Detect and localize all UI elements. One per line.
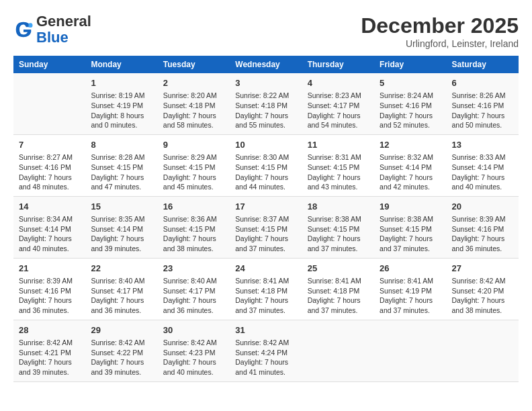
cell-text: Sunrise: 8:32 AM	[380, 152, 441, 163]
cell-text: Sunrise: 8:38 AM	[308, 214, 369, 224]
cell-text: Daylight: 7 hours	[19, 234, 80, 244]
cell-text: Daylight: 7 hours	[235, 234, 296, 244]
calendar-cell	[447, 320, 519, 381]
cell-text: and 40 minutes.	[452, 182, 513, 192]
cell-text: Sunrise: 8:41 AM	[380, 276, 441, 286]
day-number: 27	[452, 263, 513, 275]
calendar-cell: 17Sunrise: 8:37 AMSunset: 4:15 PMDayligh…	[230, 196, 302, 258]
day-number: 9	[163, 139, 224, 151]
cell-text: and 58 minutes.	[163, 120, 224, 130]
calendar-cell: 24Sunrise: 8:41 AMSunset: 4:18 PMDayligh…	[230, 258, 302, 320]
cell-text: and 50 minutes.	[452, 120, 513, 130]
cell-text: Sunrise: 8:41 AM	[308, 276, 369, 286]
day-number: 12	[380, 139, 441, 151]
cell-text: Sunrise: 8:41 AM	[235, 276, 296, 286]
cell-text: Sunset: 4:15 PM	[91, 163, 152, 173]
day-number: 14	[19, 201, 80, 213]
cell-text: Sunrise: 8:36 AM	[163, 214, 224, 224]
calendar-cell: 27Sunrise: 8:42 AMSunset: 4:20 PMDayligh…	[447, 258, 519, 320]
weekday-header-thursday: Thursday	[302, 56, 374, 73]
month-title: December 2025	[361, 13, 519, 38]
cell-text: and 36 minutes.	[91, 306, 152, 316]
cell-text: Sunset: 4:18 PM	[163, 101, 224, 111]
cell-text: Sunset: 4:18 PM	[235, 101, 296, 111]
cell-text: Daylight: 7 hours	[19, 173, 80, 183]
cell-text: and 36 minutes.	[452, 244, 513, 254]
calendar-cell: 10Sunrise: 8:30 AMSunset: 4:15 PMDayligh…	[230, 134, 302, 196]
day-number: 10	[235, 139, 296, 151]
cell-text: Sunrise: 8:37 AM	[235, 214, 296, 224]
cell-text: Sunrise: 8:35 AM	[91, 214, 152, 224]
title-block: December 2025 Urlingford, Leinster, Irel…	[361, 13, 519, 49]
calendar-cell: 7Sunrise: 8:27 AMSunset: 4:16 PMDaylight…	[13, 134, 85, 196]
cell-text: Daylight: 7 hours	[308, 173, 369, 183]
day-number: 17	[235, 201, 296, 213]
calendar-header-row: SundayMondayTuesdayWednesdayThursdayFrid…	[13, 56, 519, 73]
cell-text: Daylight: 7 hours	[452, 111, 513, 121]
cell-text: Sunset: 4:16 PM	[452, 101, 513, 111]
calendar-cell: 21Sunrise: 8:39 AMSunset: 4:16 PMDayligh…	[13, 258, 85, 320]
cell-text: and 41 minutes.	[235, 367, 296, 377]
cell-text: Sunrise: 8:19 AM	[91, 91, 152, 101]
calendar-cell: 22Sunrise: 8:40 AMSunset: 4:17 PMDayligh…	[85, 258, 157, 320]
cell-text: and 54 minutes.	[308, 120, 369, 130]
cell-text: Sunset: 4:14 PM	[380, 163, 441, 173]
cell-text: Sunset: 4:17 PM	[308, 101, 369, 111]
calendar-cell: 16Sunrise: 8:36 AMSunset: 4:15 PMDayligh…	[158, 196, 230, 258]
cell-text: Sunrise: 8:34 AM	[19, 214, 80, 224]
calendar-cell: 31Sunrise: 8:42 AMSunset: 4:24 PMDayligh…	[230, 320, 302, 381]
cell-text: Daylight: 7 hours	[235, 111, 296, 121]
cell-text: Sunset: 4:18 PM	[308, 286, 369, 296]
logo-line1: General	[36, 13, 91, 30]
cell-text: and 55 minutes.	[235, 120, 296, 130]
cell-text: Sunset: 4:18 PM	[235, 286, 296, 296]
cell-text: Sunset: 4:19 PM	[380, 286, 441, 296]
cell-text: and 39 minutes.	[91, 367, 152, 377]
cell-text: Sunrise: 8:39 AM	[452, 214, 513, 224]
cell-text: Daylight: 7 hours	[19, 295, 80, 306]
cell-text: Sunset: 4:15 PM	[308, 224, 369, 234]
calendar-cell: 28Sunrise: 8:42 AMSunset: 4:21 PMDayligh…	[13, 320, 85, 381]
cell-text: Daylight: 7 hours	[235, 173, 296, 183]
calendar-cell: 5Sunrise: 8:24 AMSunset: 4:16 PMDaylight…	[374, 73, 446, 134]
calendar-cell: 13Sunrise: 8:33 AMSunset: 4:14 PMDayligh…	[447, 134, 519, 196]
page-header: General Blue December 2025 Urlingford, L…	[13, 13, 519, 49]
cell-text: and 38 minutes.	[452, 306, 513, 316]
calendar-cell: 29Sunrise: 8:42 AMSunset: 4:22 PMDayligh…	[85, 320, 157, 381]
calendar-cell: 6Sunrise: 8:26 AMSunset: 4:16 PMDaylight…	[447, 73, 519, 134]
calendar-cell	[302, 320, 374, 381]
day-number: 3	[235, 77, 296, 89]
cell-text: Sunrise: 8:22 AM	[235, 91, 296, 101]
cell-text: Sunset: 4:15 PM	[163, 163, 224, 173]
cell-text: Sunset: 4:15 PM	[308, 163, 369, 173]
cell-text: Sunset: 4:15 PM	[235, 224, 296, 234]
cell-text: Daylight: 7 hours	[452, 173, 513, 183]
cell-text: Daylight: 7 hours	[91, 234, 152, 244]
calendar-cell: 1Sunrise: 8:19 AMSunset: 4:19 PMDaylight…	[85, 73, 157, 134]
day-number: 30	[163, 324, 224, 336]
logo: General Blue	[13, 13, 91, 46]
cell-text: and 0 minutes.	[91, 120, 152, 130]
cell-text: Sunrise: 8:27 AM	[19, 152, 80, 163]
cell-text: Daylight: 7 hours	[91, 357, 152, 367]
cell-text: Sunset: 4:14 PM	[91, 224, 152, 234]
cell-text: Sunset: 4:23 PM	[163, 348, 224, 358]
cell-text: Daylight: 7 hours	[380, 111, 441, 121]
cell-text: Sunset: 4:15 PM	[380, 224, 441, 234]
cell-text: Sunrise: 8:40 AM	[163, 276, 224, 286]
day-number: 19	[380, 201, 441, 213]
cell-text: Daylight: 7 hours	[19, 357, 80, 367]
cell-text: and 39 minutes.	[19, 367, 80, 377]
cell-text: Daylight: 7 hours	[163, 173, 224, 183]
calendar-cell: 12Sunrise: 8:32 AMSunset: 4:14 PMDayligh…	[374, 134, 446, 196]
weekday-header-friday: Friday	[374, 56, 446, 73]
calendar-cell: 8Sunrise: 8:28 AMSunset: 4:15 PMDaylight…	[85, 134, 157, 196]
cell-text: Sunrise: 8:42 AM	[163, 338, 224, 348]
day-number: 31	[235, 324, 296, 336]
day-number: 15	[91, 201, 152, 213]
cell-text: Daylight: 7 hours	[380, 295, 441, 306]
cell-text: Sunset: 4:14 PM	[19, 224, 80, 234]
cell-text: and 52 minutes.	[380, 120, 441, 130]
weekday-header-wednesday: Wednesday	[230, 56, 302, 73]
cell-text: Daylight: 7 hours	[380, 173, 441, 183]
